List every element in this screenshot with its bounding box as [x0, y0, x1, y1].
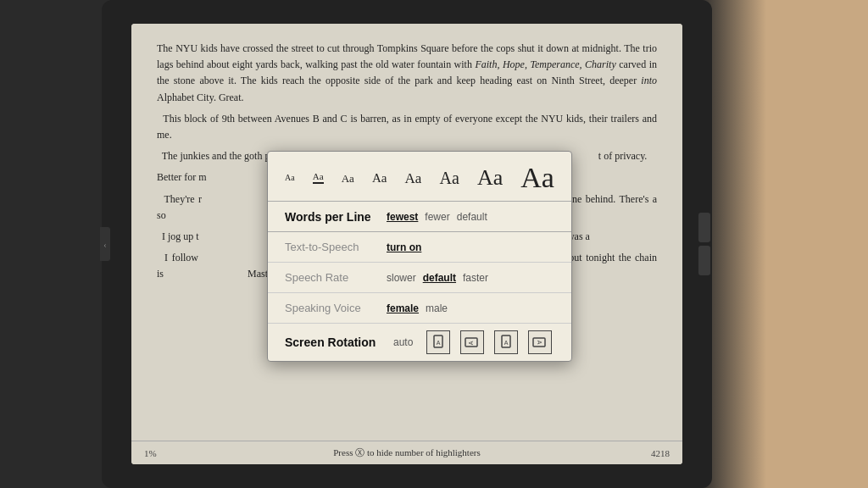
rotation-icon-landscape-left[interactable]: A — [460, 330, 484, 354]
voice-male[interactable]: male — [426, 302, 448, 314]
speaking-voice-label: Speaking Voice — [285, 302, 387, 314]
rotation-icon-landscape-right[interactable]: A — [528, 330, 552, 354]
text-to-speech-label: Text-to-Speech — [285, 241, 387, 253]
words-default[interactable]: default — [457, 211, 487, 223]
book-paragraph-1: The NYU kids have crossed the street to … — [157, 41, 657, 106]
prev-page-button[interactable]: ‹ — [100, 227, 110, 261]
book-paragraph-2: This block of 9th between Avenues B and … — [157, 111, 657, 143]
status-message: Press Ⓧ to hide number of highlighters — [333, 446, 481, 459]
next-page-button-top[interactable] — [698, 213, 710, 242]
rotation-icon-portrait[interactable]: A — [426, 330, 450, 354]
text-to-speech-options: turn on — [387, 241, 421, 253]
svg-text:A: A — [468, 341, 474, 345]
speech-rate-label: Speech Rate — [285, 271, 387, 284]
right-nav-buttons — [698, 213, 710, 275]
progress-indicator: 1% — [144, 448, 157, 458]
kindle-screen: The NYU kids have crossed the street to … — [131, 24, 682, 464]
scene: ‹ The NYU kids have crossed the street t… — [0, 0, 868, 488]
svg-text:A: A — [537, 341, 542, 345]
left-nav-area: ‹ — [100, 227, 110, 261]
font-size-6[interactable]: Aa — [439, 169, 459, 186]
words-fewest[interactable]: fewest — [387, 211, 418, 223]
font-size-4[interactable]: Aa — [372, 172, 387, 185]
rotation-icon-portrait-flip[interactable]: A — [494, 330, 518, 354]
rate-default[interactable]: default — [423, 272, 456, 284]
speaking-voice-row: Speaking Voice female male — [268, 293, 571, 324]
voice-female[interactable]: female — [387, 302, 419, 314]
rotation-auto-label: auto — [393, 336, 413, 348]
words-per-line-row: Words per Line fewest fewer default — [268, 202, 571, 232]
prev-page-button-right[interactable] — [698, 246, 710, 275]
hand-background — [698, 0, 868, 488]
font-size-row: Aa Aa Aa Aa Aa Aa Aa Aa — [268, 152, 571, 202]
svg-text:A: A — [504, 340, 509, 346]
font-size-1[interactable]: Aa — [285, 174, 295, 182]
font-size-7[interactable]: Aa — [477, 167, 503, 189]
speech-rate-options: slower default faster — [387, 272, 488, 284]
rate-faster[interactable]: faster — [463, 272, 488, 284]
kindle-device: ‹ The NYU kids have crossed the street t… — [102, 0, 712, 488]
status-bar: 1% Press Ⓧ to hide number of highlighter… — [131, 441, 682, 464]
location-indicator: 4218 — [651, 448, 670, 458]
speech-rate-row: Speech Rate slower default faster — [268, 263, 571, 293]
font-size-2[interactable]: Aa — [313, 172, 324, 184]
text-to-speech-row: Text-to-Speech turn on — [268, 232, 571, 263]
font-size-3[interactable]: Aa — [342, 173, 354, 184]
chevron-left-icon: ‹ — [103, 240, 106, 249]
rate-slower[interactable]: slower — [387, 272, 416, 284]
speaking-voice-options: female male — [387, 302, 448, 314]
words-per-line-options: fewest fewer default — [387, 211, 487, 223]
screen-rotation-label: Screen Rotation — [285, 336, 387, 349]
font-size-8[interactable]: Aa — [520, 164, 554, 192]
font-size-5[interactable]: Aa — [405, 171, 422, 186]
tts-turn-on[interactable]: turn on — [387, 241, 421, 253]
svg-text:A: A — [437, 340, 441, 346]
screen-rotation-row: Screen Rotation auto A A A A — [268, 324, 571, 361]
settings-popup: Aa Aa Aa Aa Aa Aa Aa Aa Words per Line f… — [267, 151, 572, 362]
words-fewer[interactable]: fewer — [425, 211, 449, 223]
words-per-line-label: Words per Line — [285, 210, 387, 224]
